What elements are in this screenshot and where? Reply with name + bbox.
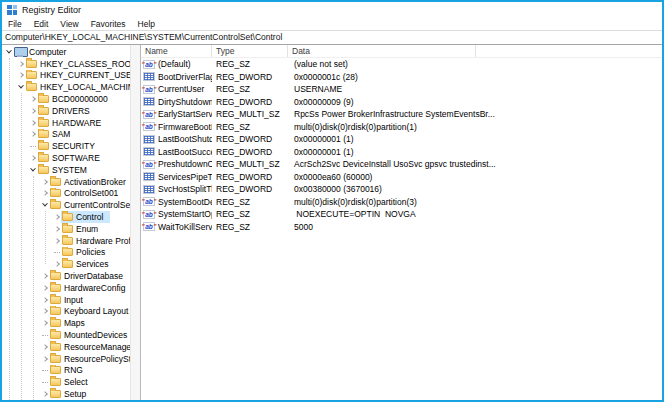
value-type: REG_DWORD	[212, 147, 288, 157]
chevron-right-icon[interactable]	[53, 258, 61, 270]
list-row[interactable]: abFirmwareBootD...REG_SZmulti(0)disk(0)r…	[141, 121, 662, 134]
folder-icon	[38, 107, 49, 115]
chevron-right-icon[interactable]	[41, 306, 49, 318]
tree-item-hkey-local-machine[interactable]: HKEY_LOCAL_MACHINE	[2, 81, 130, 93]
folder-icon	[26, 60, 37, 68]
value-type: REG_MULTI_SZ	[212, 159, 288, 169]
folder-icon	[50, 366, 61, 374]
value-name-cell: abFirmwareBootD...	[141, 122, 212, 132]
folder-icon	[38, 130, 49, 138]
value-name: ServicesPipeTim...	[158, 172, 212, 182]
value-name-cell: LastBootShutdo...	[141, 134, 212, 144]
leaf-dash	[41, 376, 49, 388]
tree-item-label: ActivationBroker	[64, 177, 126, 187]
folder-icon	[50, 284, 61, 292]
chevron-right-icon[interactable]	[41, 294, 49, 306]
list-row[interactable]: abPreshutdownOr...REG_MULTI_SZAcrSch2Svc…	[141, 158, 662, 171]
window-title: Registry Editor	[22, 5, 81, 15]
list-row[interactable]: LastBootSuccee...REG_DWORD0x00000001 (1)	[141, 146, 662, 159]
chevron-down-icon[interactable]	[29, 164, 37, 176]
chevron-right-icon[interactable]	[17, 58, 25, 70]
value-name: (Default)	[158, 59, 191, 69]
column-header-type[interactable]: Type	[212, 45, 288, 57]
tree-item-hkey-classes-root[interactable]: HKEY_CLASSES_ROOT	[2, 58, 130, 70]
tree-item-label: HARDWARE	[52, 118, 101, 128]
folder-icon	[38, 95, 49, 103]
value-data: (value not set)	[288, 59, 662, 69]
menu-item-view[interactable]: View	[54, 19, 84, 29]
chevron-right-icon[interactable]	[41, 353, 49, 365]
tree-item-label: HKEY_CLASSES_ROOT	[40, 59, 130, 69]
list-row[interactable]: DirtyShutdownC...REG_DWORD0x00000009 (9)	[141, 96, 662, 109]
value-name-cell: ServicesPipeTim...	[141, 172, 212, 182]
list-row[interactable]: SvcHostSplitThr...REG_DWORD0x00380000 (3…	[141, 183, 662, 196]
list-rows: ab(Default)REG_SZ(value not set)BootDriv…	[141, 58, 662, 233]
value-name-cell: SvcHostSplitThr...	[141, 184, 212, 194]
chevron-right-icon[interactable]	[53, 223, 61, 235]
menu-item-edit[interactable]: Edit	[28, 19, 55, 29]
chevron-right-icon[interactable]	[29, 152, 37, 164]
chevron-right-icon[interactable]	[41, 282, 49, 294]
chevron-right-icon[interactable]	[29, 129, 37, 141]
main-area: ComputerHKEY_CLASSES_ROOTHKEY_CURRENT_US…	[2, 45, 662, 400]
list-row[interactable]: ab(Default)REG_SZ(value not set)	[141, 58, 662, 71]
menu-item-favorites[interactable]: Favorites	[85, 19, 132, 29]
list-header: NameTypeData	[141, 45, 662, 58]
string-value-icon: ab	[143, 60, 155, 69]
menu-item-help[interactable]: Help	[132, 19, 161, 29]
folder-icon	[50, 307, 61, 315]
value-name: SystemBootDevi...	[158, 197, 212, 207]
value-type: REG_SZ	[212, 122, 288, 132]
chevron-right-icon[interactable]	[53, 235, 61, 247]
chevron-right-icon[interactable]	[41, 341, 49, 353]
column-header-data[interactable]: Data	[288, 45, 476, 57]
value-type: REG_SZ	[212, 59, 288, 69]
chevron-right-icon[interactable]	[29, 117, 37, 129]
registry-editor-window: Registry Editor FileEditViewFavoritesHel…	[0, 0, 664, 402]
value-type: REG_DWORD	[212, 172, 288, 182]
value-name-cell: abPreshutdownOr...	[141, 159, 212, 169]
list-row[interactable]: BootDriverFlagsREG_DWORD0x0000001c (28)	[141, 71, 662, 84]
tree-item-label: SYSTEM	[52, 165, 87, 175]
tree-item-label: HKEY_LOCAL_MACHINE	[40, 82, 130, 92]
list-row[interactable]: abSystemStartOpti...REG_SZ NOEXECUTE=OPT…	[141, 208, 662, 221]
list-row[interactable]: abCurrentUserREG_SZUSERNAME	[141, 83, 662, 96]
column-header-name[interactable]: Name	[141, 45, 212, 57]
list-row[interactable]: LastBootShutdo...REG_DWORD0x00000001 (1)	[141, 133, 662, 146]
chevron-down-icon[interactable]	[41, 199, 49, 211]
value-type: REG_DWORD	[212, 184, 288, 194]
chevron-down-icon[interactable]	[5, 46, 13, 58]
value-name-cell: abEarlyStartServices	[141, 109, 212, 119]
chevron-right-icon[interactable]	[29, 105, 37, 117]
chevron-right-icon[interactable]	[53, 211, 61, 223]
tree-item-label: Hardware Profiles	[76, 236, 130, 246]
chevron-right-icon[interactable]	[41, 270, 49, 282]
tree-item-label: MountedDevices	[64, 330, 127, 340]
list-row[interactable]: abEarlyStartServicesREG_MULTI_SZRpcSs Po…	[141, 108, 662, 121]
tree-vertical-scrollbar[interactable]	[130, 45, 141, 400]
chevron-right-icon[interactable]	[41, 176, 49, 188]
chevron-right-icon[interactable]	[29, 93, 37, 105]
address-bar-input[interactable]: Computer\HKEY_LOCAL_MACHINE\SYSTEM\Curre…	[2, 31, 662, 45]
string-value-icon: ab	[143, 210, 155, 219]
tree-item-label: Control	[76, 212, 103, 222]
list-row[interactable]: abWaitToKillServic...REG_SZ5000	[141, 221, 662, 234]
tree-item-label: DriverDatabase	[64, 271, 123, 281]
chevron-right-icon[interactable]	[41, 188, 49, 200]
chevron-right-icon[interactable]	[41, 388, 49, 400]
tree-item-computer[interactable]: Computer	[2, 46, 130, 58]
value-type: REG_SZ	[212, 197, 288, 207]
value-name: PreshutdownOr...	[158, 159, 212, 169]
menu-item-file[interactable]: File	[2, 19, 28, 29]
chevron-right-icon[interactable]	[41, 317, 49, 329]
value-type: REG_SZ	[212, 222, 288, 232]
string-value-icon: ab	[143, 222, 155, 231]
list-row[interactable]: ServicesPipeTim...REG_DWORD0x0000ea60 (6…	[141, 171, 662, 184]
tree-item-label: RNG	[64, 365, 83, 375]
list-row[interactable]: abSystemBootDevi...REG_SZmulti(0)disk(0)…	[141, 196, 662, 209]
computer-icon	[14, 47, 26, 57]
tree-item-hkey-current-user[interactable]: HKEY_CURRENT_USER	[2, 70, 130, 82]
chevron-down-icon[interactable]	[17, 81, 25, 93]
chevron-right-icon[interactable]	[17, 70, 25, 82]
leaf-dash	[53, 247, 61, 259]
